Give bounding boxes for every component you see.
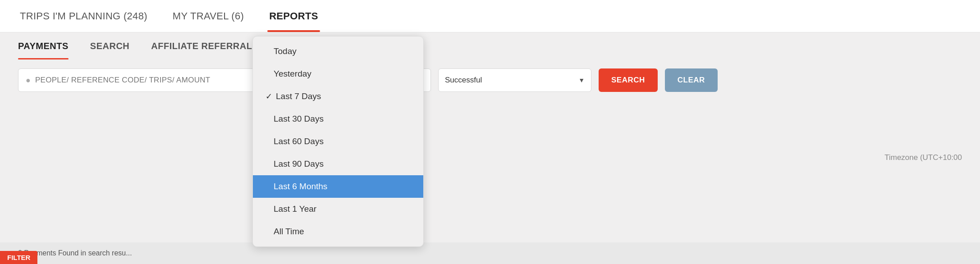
check-yesterday [266,69,270,79]
check-all-time [266,227,270,237]
check-last-90-days [266,159,270,169]
check-today [266,47,270,56]
check-last-7-days: ✓ [266,91,272,101]
menu-item-yesterday[interactable]: Yesterday [253,63,423,85]
check-last-30-days [266,114,270,124]
check-last-1-year [266,205,270,214]
menu-item-last-1-year[interactable]: Last 1 Year [253,198,423,220]
search-icon: ● [26,76,31,85]
menu-item-last-6-months[interactable]: Last 6 Months [253,175,423,198]
nav-trips-planning[interactable]: TRIPS I'M PLANNING (248) [18,10,149,22]
status-dropdown[interactable]: Successful ▼ [438,68,591,92]
subnav-search[interactable]: SEARCH [90,41,129,53]
timezone-label: Timezone (UTC+10:00 [884,153,962,162]
search-input-wrap[interactable]: ● [18,68,261,92]
status-caret: ▼ [578,77,585,84]
menu-item-last-60-days[interactable]: Last 60 Days [253,130,423,153]
filter-tag[interactable]: FILTER [0,251,37,264]
top-nav: TRIPS I'M PLANNING (248) MY TRAVEL (6) R… [0,0,980,32]
clear-button[interactable]: CLEAR [665,68,718,92]
search-button[interactable]: SEARCH [599,68,658,92]
subnav-affiliate-referrals[interactable]: AFFILIATE REFERRALS [151,41,258,53]
nav-reports[interactable]: REPORTS [267,10,320,22]
subnav-payments[interactable]: PAYMENTS [18,41,69,53]
menu-item-last-90-days[interactable]: Last 90 Days [253,153,423,175]
bottom-bar: 2 Payments Found in search resu... [0,242,980,264]
search-input[interactable] [35,76,254,85]
date-range-menu: Today Yesterday ✓ Last 7 Days Last 30 Da… [252,36,424,247]
check-last-60-days [266,137,270,146]
filter-row: ● Last 7 Days ▼ Successful ▼ SEARCH CLEA… [0,61,980,99]
menu-item-last-7-days[interactable]: ✓ Last 7 Days [253,85,423,108]
nav-my-travel[interactable]: MY TRAVEL (6) [171,10,246,22]
status-value: Successful [445,76,578,85]
menu-item-last-30-days[interactable]: Last 30 Days [253,108,423,130]
menu-item-all-time[interactable]: All Time [253,220,423,243]
check-last-6-months [266,182,270,191]
menu-item-today[interactable]: Today [253,40,423,63]
sub-nav: PAYMENTS SEARCH AFFILIATE REFERRALS [0,32,980,61]
